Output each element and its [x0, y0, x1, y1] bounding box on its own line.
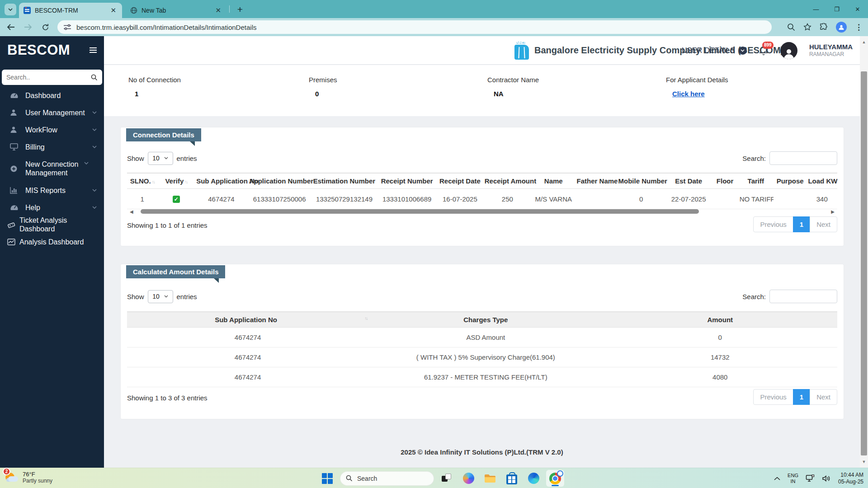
taskbar-search[interactable]: Search — [340, 471, 434, 486]
loading-badge-icon — [557, 470, 563, 477]
entries-label: entries — [177, 155, 197, 162]
site-settings-icon[interactable] — [64, 24, 71, 30]
sidebar-item-analysis-dashboard[interactable]: Analysis Dashboard — [0, 233, 104, 250]
window-minimize-button[interactable]: — — [806, 0, 826, 18]
notifications-bell[interactable]: 899 — [759, 45, 769, 56]
scroll-down-arrow[interactable]: ▼ — [860, 460, 868, 464]
browser-profile-avatar[interactable] — [836, 22, 847, 33]
monitor-icon — [10, 143, 19, 150]
weather-widget[interactable]: 2 76°F Partly sunny — [5, 470, 52, 484]
calculated-table: Sub Application No↑↓ Charges Type Amount… — [127, 311, 837, 387]
summary-section: No of Connection 1 Premises 0 Contractor… — [104, 65, 860, 116]
hidden-icons-chevron[interactable] — [774, 477, 780, 480]
tab-title: BESCOM-TRM — [35, 7, 109, 14]
sidebar-item-billing[interactable]: Billing — [0, 138, 104, 155]
tab-divider — [229, 5, 230, 13]
edge-button[interactable] — [524, 470, 542, 487]
click-here-link[interactable]: Click here — [672, 90, 705, 98]
next-page-button[interactable]: Next — [810, 216, 837, 232]
start-button[interactable] — [318, 470, 336, 487]
sidebar-item-help[interactable]: Help — [0, 199, 104, 216]
field-label: No of Connection — [128, 76, 181, 84]
window-close-button[interactable]: ✕ — [847, 0, 868, 18]
bookmark-star-icon[interactable] — [803, 23, 811, 31]
page-number-button[interactable]: 1 — [793, 389, 810, 405]
table-row: 4674274 61.9237 - METER TESTING FEE(HT/L… — [127, 367, 837, 387]
main-content: ಬೆವಿಕಂ Bangalore Electricity Supply Comp… — [104, 36, 860, 468]
network-icon[interactable] — [806, 474, 815, 483]
previous-page-button[interactable]: Previous — [753, 389, 793, 405]
previous-page-button[interactable]: Previous — [753, 216, 793, 232]
tab-close-icon[interactable]: ✕ — [109, 6, 118, 14]
sidebar-search[interactable] — [2, 70, 102, 85]
horizontal-scrollbar-thumb[interactable] — [141, 209, 699, 214]
page-number-button[interactable]: 1 — [793, 216, 810, 232]
notification-count-badge: 899 — [762, 42, 774, 49]
table-info: Showing 1 to 1 of 1 entries — [127, 221, 208, 229]
url-text: bescom.trm.ieasybill.com/IntimationDetai… — [76, 23, 256, 31]
weather-badge: 2 — [3, 468, 10, 475]
browser-toolbar: bescom.trm.ieasybill.com/IntimationDetai… — [0, 18, 868, 36]
sidebar-item-workflow[interactable]: WorkFlow — [0, 121, 104, 138]
tab-close-icon[interactable]: ✕ — [214, 6, 222, 14]
lens-search-icon[interactable] — [787, 23, 795, 31]
file-explorer-button[interactable] — [481, 470, 499, 487]
calculated-search-input[interactable] — [769, 290, 837, 303]
extensions-puzzle-icon[interactable] — [820, 23, 828, 31]
user-details-dropdown[interactable]: USER DETAILS — [682, 47, 747, 55]
reload-button[interactable] — [40, 22, 51, 33]
sidebar-item-new-connection-management[interactable]: New Connection Management — [0, 155, 104, 182]
search-icon[interactable] — [91, 74, 98, 81]
sidebar-item-user-management[interactable]: User Management — [0, 104, 104, 121]
volume-icon[interactable] — [822, 475, 831, 482]
show-label: Show — [127, 293, 144, 300]
scroll-up-arrow[interactable]: ▲ — [860, 40, 868, 44]
connection-search-input[interactable] — [769, 151, 837, 165]
sidebar-item-mis-reports[interactable]: MIS Reports — [0, 182, 104, 199]
field-label: For Applicant Details — [666, 76, 728, 84]
forward-button[interactable] — [23, 22, 33, 33]
chevron-down-icon — [92, 128, 97, 131]
sort-icon: ↑↓ — [184, 179, 187, 184]
app-header: ಬೆವಿಕಂ Bangalore Electricity Supply Comp… — [104, 36, 860, 65]
vertical-scrollbar[interactable]: ▲ ▼ — [860, 36, 868, 468]
copilot-button[interactable] — [459, 470, 477, 487]
language-indicator[interactable]: ENG IN — [788, 473, 798, 484]
task-view-button[interactable] — [438, 470, 456, 487]
tab-search-button[interactable] — [5, 4, 16, 15]
edge-icon — [528, 473, 539, 484]
new-tab-button[interactable]: + — [234, 4, 246, 15]
back-button[interactable] — [5, 22, 16, 33]
verify-checkbox[interactable]: ✓ — [173, 196, 180, 203]
time: 10:44 AM — [838, 472, 863, 479]
page-size-select[interactable]: 10 — [148, 290, 173, 303]
table-row: 4674274 ASD Amount 0 — [127, 328, 837, 347]
tab-bescom-trm[interactable]: BESCOM-TRM ✕ — [19, 3, 122, 18]
next-page-button[interactable]: Next — [810, 389, 837, 405]
bescom-logo: ಬೆವಿಕಂ — [514, 41, 529, 60]
clock[interactable]: 10:44 AM 05-Aug-25 — [838, 472, 863, 485]
sidebar-search-input[interactable] — [6, 74, 91, 81]
sidebar-item-ticket-analysis-dashboard[interactable]: Ticket Analysis Dashboard — [0, 216, 104, 233]
microsoft-store-button[interactable] — [503, 470, 521, 487]
section-title-ribbon: Connection Details — [126, 128, 201, 141]
scroll-left-arrow[interactable]: ◀ — [130, 209, 133, 214]
user-avatar[interactable] — [780, 42, 797, 59]
vertical-scrollbar-thumb[interactable] — [861, 71, 867, 455]
horizontal-scrollbar[interactable]: ◀ ▶ — [127, 209, 837, 214]
page-size-select[interactable]: 10 — [148, 152, 173, 165]
date: 05-Aug-25 — [838, 479, 863, 485]
hamburger-menu-icon[interactable] — [90, 46, 97, 54]
taskbar-search-placeholder: Search — [357, 475, 377, 482]
chrome-button[interactable] — [546, 470, 564, 487]
calculated-amount-card: Calculated Amount Details Show 10 entrie… — [121, 264, 844, 419]
sidebar-item-dashboard[interactable]: Dashboard — [0, 87, 104, 104]
tab-new-tab[interactable]: New Tab ✕ — [126, 3, 227, 18]
address-bar[interactable]: bescom.trm.ieasybill.com/IntimationDetai… — [57, 20, 772, 34]
connection-details-card: Connection Details Show 10 entries Searc… — [121, 127, 844, 246]
weather-temp: 76°F — [23, 471, 52, 478]
browser-menu-icon[interactable]: ⋮ — [855, 23, 863, 32]
scroll-right-arrow[interactable]: ▶ — [831, 209, 835, 214]
sidebar: BESCOM Dashboard User Management WorkFlo… — [0, 36, 104, 468]
window-maximize-button[interactable]: ❐ — [826, 0, 847, 18]
